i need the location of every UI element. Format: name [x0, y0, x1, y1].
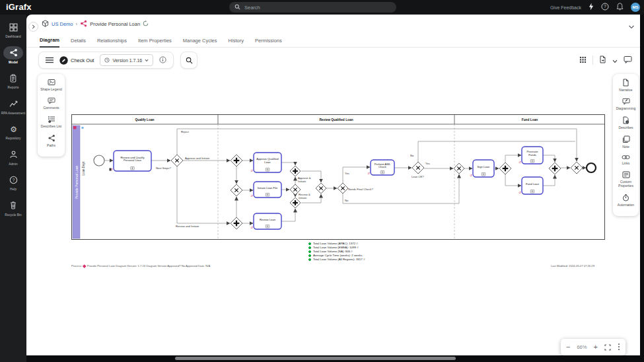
notifications-bell-icon[interactable]	[616, 1, 624, 13]
legend-item: Total Loan Volume (NA): 846 #	[308, 250, 365, 253]
bpmn-diagram-canvas[interactable]: Qualify LoanReview Qualified LoanFund Lo…	[71, 114, 605, 240]
export-document-icon[interactable]	[599, 54, 606, 66]
version-dropdown[interactable]: Version 1.7.16	[100, 54, 153, 66]
check-out-pen-icon	[59, 56, 68, 65]
task-label: Fund Loan	[526, 182, 540, 186]
edge-label: No	[410, 154, 414, 157]
diagram-legend: Total Loan Volume (APAC): 1372 # Total L…	[308, 242, 365, 261]
rpa-assessment-icon	[3, 97, 23, 110]
automation-icon	[622, 194, 629, 201]
sidebar-item-admin[interactable]: Admin	[0, 148, 26, 166]
phase-label: Review Qualified Loan	[319, 118, 353, 122]
panel-item-note[interactable]: Note	[613, 135, 639, 149]
sidebar-item-reports[interactable]: Reports	[0, 71, 26, 90]
global-search-input[interactable]: Search	[229, 2, 396, 13]
toolbar-card: Check Out Version 1.7.16	[38, 52, 174, 69]
zoom-out-button[interactable]: −	[566, 344, 570, 351]
breadcrumb-root-link[interactable]: US Demo	[52, 21, 73, 27]
panel-item-shape-legend[interactable]: Shape Legend	[38, 79, 65, 91]
tab-diagram[interactable]: Diagram	[40, 34, 59, 48]
zoom-level: 66%	[577, 344, 587, 350]
user-avatar[interactable]: MS	[631, 3, 640, 12]
describes-icon: i	[622, 116, 629, 124]
note-icon	[622, 135, 630, 143]
app-sidebar: Dashboard Model Reports RPA Assessment ⚙…	[0, 15, 26, 362]
diagram-right-panel: Narrative Diagramming i Describes Note L…	[613, 74, 639, 216]
menu-hamburger-icon[interactable]	[46, 54, 54, 66]
sidebar-item-recycle-bin[interactable]: Recycle Bin	[0, 199, 26, 217]
legend-dot-icon	[308, 242, 311, 245]
zoom-in-button[interactable]: +	[593, 344, 597, 351]
task-label: Initiate Loan File	[258, 186, 278, 190]
edge-label: Yes	[345, 172, 349, 175]
tab-details[interactable]: Details	[71, 34, 86, 47]
process-share-icon	[80, 20, 87, 28]
toolbar-divider	[592, 55, 593, 65]
sidebar-item-rpa-assessment[interactable]: RPA Assessment	[0, 97, 26, 116]
chevron-down-icon	[145, 59, 149, 62]
task-describe-icon: ↺	[519, 191, 521, 194]
sidebar-collapse-button[interactable]	[28, 22, 38, 32]
horizontal-scrollbar[interactable]	[175, 357, 456, 360]
svg-text:⚙: ⚙	[10, 125, 17, 133]
topbar: iGrafx Search Give Feedback ? MS	[0, 0, 644, 15]
task-describe-icon: ↺	[367, 172, 370, 175]
start-event[interactable]	[94, 155, 104, 166]
info-icon[interactable]	[159, 54, 166, 66]
end-event[interactable]	[587, 163, 596, 172]
panel-item-automation[interactable]: Automation	[613, 194, 639, 207]
chevron-right-icon	[31, 24, 36, 29]
panel-item-narrative[interactable]: Narrative	[613, 79, 639, 92]
sidebar-item-dashboard[interactable]: Dashboard	[0, 20, 26, 39]
tab-manage-cycles[interactable]: Manage Cycles	[183, 34, 217, 47]
panel-item-comments[interactable]: Comments	[38, 97, 65, 110]
tab-bar: Diagram Details Relationships Item Prope…	[26, 34, 640, 48]
edge-label: Needs Final Check?	[348, 188, 373, 191]
task-doc-icon	[110, 168, 112, 171]
svg-text:?: ?	[604, 4, 606, 9]
legend-dot-icon	[308, 254, 311, 257]
tab-permissions[interactable]: Permissions	[255, 34, 282, 47]
edge-label: Initiate	[298, 180, 306, 183]
legend-item: Total Loan Volume (APAC): 1372 #	[308, 242, 365, 245]
panel-item-paths[interactable]: Paths	[38, 134, 65, 147]
pool-describe-icon	[73, 126, 77, 129]
panel-collapse-chevron-icon[interactable]	[628, 20, 635, 32]
lane-label: Loan Dept	[82, 161, 85, 176]
legend-item: Total Loan Volume (EMEA): 1099 #	[308, 246, 365, 249]
tab-relationships[interactable]: Relationships	[97, 34, 127, 47]
lane-info-icon	[81, 127, 84, 129]
panel-item-custom-properties[interactable]: Custom Properties	[613, 171, 639, 188]
legend-dot-icon	[308, 246, 311, 249]
task-describe-icon: ↺	[519, 161, 521, 164]
phase-label: Fund Loan	[522, 118, 538, 122]
tab-history[interactable]: History	[229, 34, 244, 47]
export-chevron-down-icon[interactable]	[612, 54, 618, 66]
fit-screen-icon[interactable]	[604, 342, 611, 353]
more-options-kebab-icon[interactable]	[618, 342, 620, 353]
panel-item-diagramming[interactable]: Diagramming	[613, 98, 639, 110]
narrative-icon	[622, 79, 629, 87]
panel-item-describes[interactable]: i Describes	[613, 116, 639, 129]
sidebar-item-model[interactable]: Model	[0, 46, 26, 65]
diagram-search-button[interactable]	[180, 52, 197, 69]
tab-item-properties[interactable]: Item Properties	[138, 34, 172, 47]
legend-item: Average Cycle Time (weeks): 2 weeks	[308, 254, 365, 257]
repository-cube-icon	[42, 20, 49, 28]
sidebar-item-help[interactable]: ? Help	[0, 173, 26, 192]
grid-view-icon[interactable]	[579, 54, 587, 66]
lightning-icon[interactable]	[589, 1, 594, 13]
process-shape-icon	[83, 264, 87, 268]
panel-item-links[interactable]: Links	[613, 155, 639, 165]
version-history-icon[interactable]	[143, 20, 149, 28]
give-feedback-link[interactable]: Give Feedback	[550, 5, 581, 10]
diagramming-icon	[622, 98, 630, 105]
legend-dot-icon	[308, 250, 311, 253]
comment-bubble-icon[interactable]	[624, 54, 632, 66]
sidebar-item-repository[interactable]: ⚙ Repository	[0, 122, 26, 141]
paths-icon	[48, 134, 55, 142]
help-icon[interactable]: ?	[601, 1, 609, 13]
panel-item-describes-list[interactable]: Describes List	[38, 116, 65, 128]
check-out-button[interactable]: Check Out	[59, 56, 94, 65]
legend-item: Total Loan Volume (All Regions): 3317 #	[308, 258, 365, 261]
